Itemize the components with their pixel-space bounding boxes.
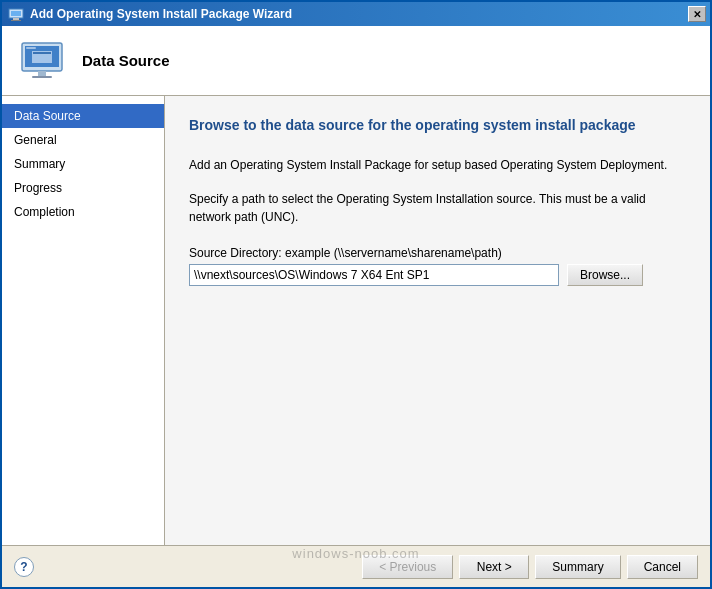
content-desc2: Specify a path to select the Operating S…	[189, 190, 686, 226]
source-directory-input[interactable]	[189, 264, 559, 286]
window-title: Add Operating System Install Package Wiz…	[30, 7, 292, 21]
content-title: Browse to the data source for the operat…	[189, 116, 686, 136]
content-area: Browse to the data source for the operat…	[165, 96, 710, 545]
sidebar-item-summary[interactable]: Summary	[2, 152, 164, 176]
wizard-footer: ? < Previous Next > Summary Cancel	[2, 545, 710, 587]
wizard-header: Data Source	[2, 26, 710, 96]
title-bar-controls: ✕	[688, 6, 706, 22]
sidebar-item-datasource[interactable]: Data Source	[2, 104, 164, 128]
svg-rect-1	[11, 11, 21, 16]
title-bar-text: Add Operating System Install Package Wiz…	[8, 6, 292, 22]
next-button[interactable]: Next >	[459, 555, 529, 579]
sidebar-item-general[interactable]: General	[2, 128, 164, 152]
title-bar: Add Operating System Install Package Wiz…	[2, 2, 710, 26]
footer-left: ?	[14, 557, 34, 577]
source-label: Source Directory: example (\\servername\…	[189, 246, 686, 260]
content-desc1: Add an Operating System Install Package …	[189, 156, 686, 174]
sidebar-item-completion[interactable]: Completion	[2, 200, 164, 224]
close-button[interactable]: ✕	[688, 6, 706, 22]
previous-button[interactable]: < Previous	[362, 555, 453, 579]
svg-rect-2	[13, 18, 19, 20]
wizard-body: Data Source General Summary Progress Com…	[2, 96, 710, 545]
source-row: Browse...	[189, 264, 686, 286]
wizard-icon	[8, 6, 24, 22]
svg-rect-10	[33, 52, 51, 54]
browse-button[interactable]: Browse...	[567, 264, 643, 286]
sidebar: Data Source General Summary Progress Com…	[2, 96, 165, 545]
help-button[interactable]: ?	[14, 557, 34, 577]
svg-rect-7	[38, 71, 46, 76]
sidebar-item-progress[interactable]: Progress	[2, 176, 164, 200]
header-title: Data Source	[82, 52, 170, 69]
header-icon	[18, 37, 66, 85]
summary-button[interactable]: Summary	[535, 555, 620, 579]
footer-buttons: < Previous Next > Summary Cancel	[362, 555, 698, 579]
svg-rect-6	[26, 47, 36, 49]
wizard-window: Add Operating System Install Package Wiz…	[0, 0, 712, 589]
svg-rect-8	[32, 76, 52, 78]
cancel-button[interactable]: Cancel	[627, 555, 698, 579]
svg-rect-3	[11, 20, 21, 21]
